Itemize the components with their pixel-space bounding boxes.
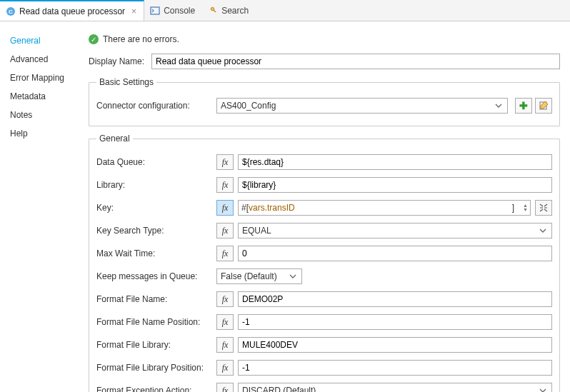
fx-button[interactable]: fx <box>216 154 234 170</box>
close-icon[interactable]: × <box>131 6 136 16</box>
connector-config-select[interactable]: AS400_Config <box>216 98 508 114</box>
display-name-input[interactable] <box>151 54 560 69</box>
key-picker-button[interactable] <box>535 200 552 216</box>
format-exception-value: DISCARD (Default) <box>242 386 316 392</box>
tab-label: Read data queue processor <box>19 6 125 16</box>
fx-button[interactable]: fx <box>216 360 234 376</box>
svg-line-4 <box>214 9 216 11</box>
general-legend: General <box>96 134 133 144</box>
key-expr-prefix: #[ <box>241 203 249 213</box>
fx-button[interactable]: fx <box>216 314 234 330</box>
sidebar-item-error-mapping[interactable]: Error Mapping <box>10 73 79 83</box>
sidebar-item-metadata[interactable]: Metadata <box>10 91 79 101</box>
svg-rect-2 <box>151 7 159 14</box>
connector-config-value: AS400_Config <box>221 101 276 111</box>
search-icon <box>208 6 218 16</box>
chevron-down-icon <box>287 271 299 282</box>
main-panel: ✓ There are no errors. Display Name: Bas… <box>79 21 570 392</box>
status-row: ✓ There are no errors. <box>89 34 560 44</box>
chevron-down-icon <box>537 385 549 392</box>
max-wait-time-label: Max Wait Time: <box>96 248 212 258</box>
library-label: Library: <box>96 180 212 190</box>
spinner-updown-icon[interactable]: ▲▼ <box>523 203 528 212</box>
fx-button[interactable]: fx <box>216 291 234 307</box>
keep-messages-label: Keep messages in Queue: <box>96 271 212 281</box>
tab-console[interactable]: Console <box>144 0 202 21</box>
keep-messages-select[interactable]: False (Default) <box>216 268 302 284</box>
module-icon: C <box>6 6 16 16</box>
fx-button[interactable]: fx <box>216 337 234 353</box>
format-exception-label: Format Exception Action: <box>96 386 212 392</box>
sidebar-item-advanced[interactable]: Advanced <box>10 54 79 64</box>
fx-button-expression[interactable]: fx <box>216 200 234 216</box>
fx-button[interactable]: fx <box>216 223 234 238</box>
format-exception-select[interactable]: DISCARD (Default) <box>238 383 552 392</box>
edit-config-button[interactable] <box>535 98 552 114</box>
key-expr-varname: vars.transID <box>249 203 295 213</box>
svg-text:C: C <box>9 9 13 15</box>
data-queue-input[interactable] <box>238 154 552 170</box>
tab-label: Search <box>221 6 249 16</box>
chevron-down-icon <box>493 100 504 111</box>
key-search-type-value: EQUAL <box>242 226 271 236</box>
fx-button[interactable]: fx <box>216 177 234 193</box>
sidebar-item-notes[interactable]: Notes <box>10 110 79 120</box>
format-file-name-pos-label: Format File Name Position: <box>96 317 212 327</box>
format-file-library-pos-label: Format File Library Position: <box>96 363 212 373</box>
max-wait-time-input[interactable] <box>238 246 552 261</box>
sidebar: General Advanced Error Mapping Metadata … <box>0 21 79 392</box>
key-search-type-label: Key Search Type: <box>96 226 212 236</box>
tab-bar: C Read data queue processor × Console Se… <box>0 0 570 21</box>
key-label: Key: <box>96 203 212 213</box>
format-file-library-pos-input[interactable] <box>238 360 552 376</box>
tab-search[interactable]: Search <box>202 0 256 21</box>
format-file-name-label: Format File Name: <box>96 294 212 304</box>
connector-config-label: Connector configuration: <box>96 101 212 111</box>
status-text: There are no errors. <box>103 34 179 44</box>
sidebar-item-help[interactable]: Help <box>10 129 79 139</box>
format-file-name-input[interactable] <box>238 291 552 307</box>
fx-button[interactable]: fx <box>216 246 234 261</box>
tab-label: Console <box>164 6 195 16</box>
basic-settings-legend: Basic Settings <box>96 77 156 87</box>
tab-read-data-queue[interactable]: C Read data queue processor × <box>0 0 144 21</box>
add-config-button[interactable]: ✚ <box>515 98 532 114</box>
basic-settings-fieldset: Basic Settings Connector configuration: … <box>89 77 560 126</box>
display-name-label: Display Name: <box>89 56 151 66</box>
sidebar-item-general[interactable]: General <box>10 36 79 46</box>
key-search-type-select[interactable]: EQUAL <box>238 223 552 238</box>
keep-messages-value: False (Default) <box>221 271 277 281</box>
data-queue-label: Data Queue: <box>96 157 212 167</box>
edit-icon <box>539 101 549 111</box>
check-circle-icon: ✓ <box>89 34 99 44</box>
console-icon <box>150 6 160 16</box>
general-fieldset: General Data Queue: fx Library: fx Key: … <box>89 134 560 392</box>
plus-icon: ✚ <box>519 100 528 111</box>
fx-button[interactable]: fx <box>216 383 234 392</box>
chevron-down-icon <box>537 225 549 236</box>
key-expression-input[interactable]: #[ vars.transID ] ▲▼ <box>238 200 531 216</box>
format-file-name-pos-input[interactable] <box>238 314 552 330</box>
format-file-library-label: Format File Library: <box>96 340 212 350</box>
key-expr-close: ] <box>512 203 514 213</box>
library-input[interactable] <box>238 177 552 193</box>
format-file-library-input[interactable] <box>238 337 552 353</box>
map-icon <box>539 203 549 213</box>
